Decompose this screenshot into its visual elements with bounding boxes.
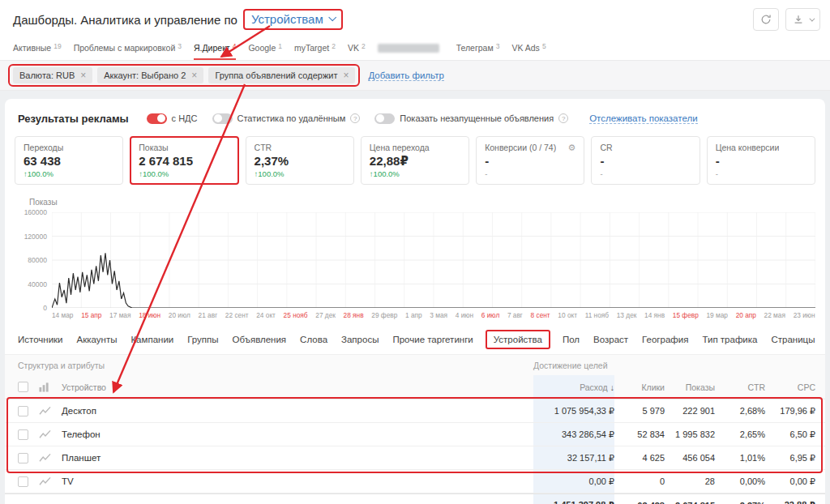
metric-card[interactable]: CTR ⚙ 2,37% ↑100.0% bbox=[246, 136, 354, 185]
toggle-knob bbox=[157, 114, 165, 122]
metric-card[interactable]: Цена перехода ⚙ 22,88₽ ↑100.0% bbox=[361, 136, 469, 185]
row-checkbox[interactable] bbox=[18, 406, 28, 416]
metric-card-value: 2,37% bbox=[255, 154, 345, 169]
row-checkbox[interactable] bbox=[18, 453, 28, 463]
filter-chip[interactable]: Валюта: RUB × bbox=[13, 67, 92, 83]
report-tab[interactable]: Страницы bbox=[771, 335, 815, 344]
x-tick-label: 17 мая bbox=[109, 311, 130, 320]
x-tick-label: 24 окт bbox=[256, 311, 276, 320]
column-header[interactable]: Клики ↓ bbox=[614, 375, 665, 399]
column-header-label: Клики bbox=[641, 382, 665, 392]
metric-card-top: Конверсии (0 / 74) ⚙ bbox=[485, 143, 575, 152]
chart-canvas bbox=[52, 212, 815, 308]
filter-chip-label: Группа объявлений содержит bbox=[215, 70, 337, 80]
report-tab[interactable]: Слова bbox=[300, 335, 327, 344]
bar-chart-icon bbox=[39, 382, 52, 392]
x-axis-labels: 14 мар15 апр17 мая18 июн20 июл21 авг22 с… bbox=[52, 311, 815, 320]
toggle-knob bbox=[214, 114, 222, 122]
totals-cpc: 22,88 ₽ bbox=[765, 494, 815, 504]
filter-chip[interactable]: Аккаунт: Выбрано 2 × bbox=[97, 67, 203, 83]
account-tab-label: Я.Директ bbox=[194, 43, 230, 53]
filter-chip[interactable]: Группа объявлений содержит × bbox=[208, 67, 355, 83]
gear-icon[interactable]: ⚙ bbox=[568, 143, 576, 152]
y-tick-label: 80000 bbox=[28, 256, 47, 264]
table-row[interactable]: Десктоп 1 075 954,33 ₽ 5 979 222 901 2,6… bbox=[5, 399, 825, 423]
chevron-down-icon bbox=[809, 15, 815, 21]
toggle-switch[interactable] bbox=[212, 113, 233, 124]
column-header[interactable]: CPC ↓ bbox=[765, 375, 815, 399]
account-tab[interactable]: VK 2 bbox=[348, 39, 366, 60]
cpc-cell: 6,50 ₽ bbox=[765, 423, 815, 446]
report-tab[interactable]: Тип трафика bbox=[702, 335, 757, 344]
account-tab[interactable]: Google 1 bbox=[248, 39, 282, 60]
table-row[interactable]: Телефон 343 286,54 ₽ 52 834 1 995 832 2,… bbox=[5, 423, 825, 446]
report-tab[interactable]: Запросы bbox=[341, 335, 379, 344]
column-header[interactable]: Расход ↓ bbox=[533, 375, 614, 399]
spend-cell: 32 157,11 ₽ bbox=[533, 446, 614, 469]
column-header[interactable]: Показы ↓ bbox=[665, 375, 715, 399]
toggle[interactable]: с НДС ? bbox=[147, 113, 198, 124]
report-tab[interactable]: Объявления bbox=[233, 335, 287, 344]
row-checkbox[interactable] bbox=[18, 476, 28, 487]
report-tab[interactable]: География bbox=[642, 335, 688, 344]
metric-card-top: Переходы ⚙ bbox=[24, 143, 114, 152]
ctr-cell: 0,00% bbox=[715, 470, 765, 493]
account-tab[interactable]: VK Ads 5 bbox=[511, 39, 545, 60]
metric-card-top: CR ⚙ bbox=[600, 143, 691, 152]
track-metrics-link[interactable]: Отслеживать показатели bbox=[589, 113, 697, 124]
add-filter-link[interactable]: Добавить фильтр bbox=[368, 70, 443, 81]
row-checkbox[interactable] bbox=[18, 429, 28, 440]
report-tab[interactable]: Прочие таргетинги bbox=[392, 335, 473, 344]
toggle-switch[interactable] bbox=[374, 113, 395, 124]
report-tab[interactable]: Пол bbox=[563, 335, 580, 344]
line-chart-icon[interactable] bbox=[39, 453, 52, 463]
spend-cell: 1 075 954,33 ₽ bbox=[533, 399, 614, 422]
refresh-button[interactable] bbox=[753, 8, 779, 31]
metric-card[interactable]: Конверсии (0 / 74) ⚙ - - bbox=[476, 136, 584, 185]
x-tick-label: 3 мая bbox=[430, 311, 447, 320]
report-tab[interactable]: Кампании bbox=[130, 335, 173, 344]
report-tab[interactable]: Возраст bbox=[593, 335, 628, 344]
report-tab[interactable]: Устройства bbox=[486, 330, 550, 349]
devices-dropdown-label: Устройствам bbox=[251, 12, 323, 26]
metric-card[interactable]: CR ⚙ - - bbox=[591, 136, 700, 185]
close-icon[interactable]: × bbox=[80, 70, 86, 80]
metric-card[interactable]: Переходы ⚙ 63 438 ↑100.0% bbox=[15, 136, 123, 185]
toggle[interactable]: Показать незапущенные объявления ? bbox=[374, 113, 568, 124]
metric-card-label: Показы bbox=[139, 143, 168, 152]
table-row[interactable]: Планшет 32 157,11 ₽ 4 625 456 054 1,01% … bbox=[5, 446, 825, 470]
devices-dropdown[interactable]: Устройствам bbox=[243, 9, 343, 30]
account-tab[interactable]: myTarget 2 bbox=[294, 39, 336, 60]
select-all-checkbox[interactable] bbox=[18, 382, 28, 392]
metric-card[interactable]: Цена конверсии ⚙ - - bbox=[707, 136, 815, 185]
column-header[interactable]: CTR ↓ bbox=[715, 375, 765, 399]
report-tab[interactable]: Аккаунты bbox=[77, 335, 118, 344]
line-chart-icon[interactable] bbox=[39, 476, 52, 487]
toggle-label: с НДС bbox=[172, 113, 198, 123]
account-tab-count: 2 bbox=[362, 42, 366, 50]
account-tab[interactable]: Телеграм 3 bbox=[456, 39, 500, 60]
clicks-cell: 5 979 bbox=[614, 399, 665, 422]
y-tick-label: 160000 bbox=[24, 208, 47, 216]
line-chart-icon[interactable] bbox=[39, 406, 52, 416]
device-name: TV bbox=[62, 476, 533, 486]
account-tab[interactable]: Проблемы с маркировкой 3 bbox=[74, 39, 182, 60]
metric-card-top: Цена конверсии ⚙ bbox=[716, 143, 806, 152]
export-button[interactable] bbox=[785, 8, 820, 31]
close-icon[interactable]: × bbox=[191, 70, 197, 80]
account-tab[interactable]: Активные 19 bbox=[13, 39, 62, 60]
metric-card[interactable]: Показы ⚙ 2 674 815 ↑100.0% bbox=[130, 136, 238, 185]
close-icon[interactable]: × bbox=[343, 70, 349, 80]
metric-card-change: - bbox=[716, 169, 806, 178]
account-tab[interactable] bbox=[378, 39, 444, 60]
toggle-switch[interactable] bbox=[147, 113, 167, 124]
toggle[interactable]: Статистика по удалённым ? bbox=[212, 113, 361, 124]
report-tab[interactable]: Группы bbox=[187, 335, 218, 344]
table-row[interactable]: TV 0,00 ₽ 0 28 0,00% 0,00 ₽ bbox=[5, 470, 825, 493]
account-tab[interactable]: Я.Директ 4 bbox=[194, 39, 236, 60]
line-chart-icon[interactable] bbox=[39, 429, 52, 440]
x-tick-label: 20 апр bbox=[736, 311, 756, 320]
device-column-header[interactable]: Устройство bbox=[62, 382, 533, 392]
metric-card-change: ↑100.0% bbox=[255, 169, 345, 178]
report-tab[interactable]: Источники bbox=[18, 335, 63, 344]
